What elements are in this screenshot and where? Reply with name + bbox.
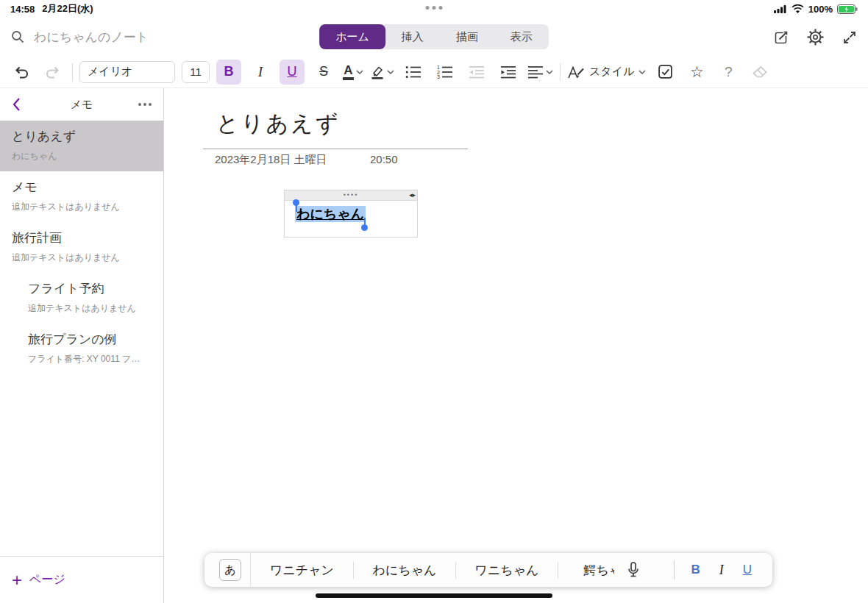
page-list-sidebar: メモ とりあえず わにちゃん メモ 追加テキストはありません 旅行計画 追加テキ… [0, 88, 164, 603]
status-bar: 14:58 2月22日(水) 100% [0, 0, 868, 18]
home-indicator[interactable] [316, 593, 552, 598]
font-color-letter: A [344, 64, 352, 76]
svg-text:3: 3 [437, 74, 440, 79]
page-item-title: 旅行プランの例 [28, 331, 152, 348]
text-container[interactable]: •••• ◂▸ わにちゃん [284, 190, 418, 238]
quick-bold-button[interactable]: B [691, 563, 700, 577]
chevron-down-icon [638, 70, 646, 74]
tab-draw[interactable]: 描画 [440, 24, 494, 49]
battery-icon [837, 4, 858, 14]
highlighter-icon [370, 65, 385, 79]
fullscreen-icon[interactable] [842, 29, 858, 46]
ribbon-tabs: ホーム 挿入 描画 表示 [319, 24, 549, 49]
font-color-button[interactable]: A [343, 64, 363, 80]
candidate-button[interactable]: わにちゃん [353, 562, 455, 579]
battery-percent: 100% [808, 4, 833, 15]
add-page-label: ページ [29, 572, 65, 588]
search-icon[interactable] [10, 29, 25, 44]
ime-suggestion-bar: あ ワニチャン わにちゃん ワニちゃん 鰐ちゃん B I U [204, 553, 772, 587]
align-icon [527, 65, 544, 79]
ime-mode-button[interactable]: あ [219, 559, 241, 581]
candidate-button[interactable]: 鰐ちゃん [558, 562, 614, 579]
sidebar-header: メモ [0, 88, 163, 121]
clock: 14:58 [10, 4, 35, 15]
bold-button[interactable]: B [216, 60, 241, 85]
wifi-icon [791, 4, 804, 14]
notebook-title[interactable]: わにちゃんのノート [34, 29, 149, 46]
styles-button[interactable]: スタイル [567, 65, 646, 79]
page-item-title: とりあえず [12, 128, 152, 145]
numbered-list-button[interactable]: 1 2 3 [433, 60, 458, 85]
undo-button[interactable] [9, 60, 34, 85]
font-size-select[interactable]: 11 [182, 61, 210, 83]
chevron-down-icon [387, 70, 394, 74]
page-item-subtitle: 追加テキストはありません [12, 201, 152, 213]
page-item-title: 旅行計画 [12, 229, 152, 246]
eraser-button[interactable] [747, 60, 772, 85]
candidate-button[interactable]: ワニちゃん [455, 562, 558, 579]
page-list-item-subpage[interactable]: 旅行プランの例 フライト番号: XY 0011 フ… [0, 324, 163, 374]
title-underline [203, 149, 468, 149]
divider [72, 63, 73, 81]
settings-gear-icon[interactable] [807, 29, 824, 46]
page-date: 2023年2月18日 土曜日 [215, 153, 327, 167]
divider [674, 560, 675, 579]
page-list-item[interactable]: メモ 追加テキストはありません [0, 171, 163, 222]
page-item-subtitle: フライト番号: XY 0011 フ… [28, 353, 152, 365]
dictation-mic-icon[interactable] [627, 562, 639, 579]
font-name-select[interactable]: メイリオ [79, 61, 175, 83]
page-item-subtitle: わにちゃん [12, 150, 152, 163]
bullet-list-button[interactable] [401, 60, 426, 85]
page-list-item-subpage[interactable]: フライト予約 追加テキストはありません [0, 273, 163, 324]
add-page-button[interactable]: + ページ [0, 556, 163, 603]
page-list-item[interactable]: 旅行計画 追加テキストはありません [0, 222, 163, 273]
page-time: 20:50 [370, 153, 398, 165]
indent-button[interactable] [496, 60, 521, 85]
strikethrough-button[interactable]: S [311, 60, 336, 85]
tab-home[interactable]: ホーム [319, 24, 385, 49]
selection-stem-end [364, 218, 366, 224]
align-button[interactable] [527, 65, 553, 79]
quick-italic-button[interactable]: I [719, 563, 724, 578]
help-button[interactable]: ? [716, 60, 741, 85]
quick-underline-button[interactable]: U [743, 563, 752, 577]
multitask-dots-icon [426, 6, 443, 10]
star-tag-button[interactable]: ☆ [684, 60, 709, 85]
tab-view[interactable]: 表示 [494, 24, 549, 49]
page-item-subtitle: 追加テキストはありません [28, 302, 152, 315]
underline-button[interactable]: U [280, 60, 305, 85]
divider [560, 63, 561, 81]
chevron-down-icon [356, 70, 363, 74]
candidate-button[interactable]: ワニチャン [251, 562, 353, 579]
todo-checkbox-button[interactable] [652, 60, 677, 85]
page-item-title: フライト予約 [28, 280, 152, 297]
outdent-button[interactable] [464, 60, 489, 85]
page-item-subtitle: 追加テキストはありません [12, 251, 152, 264]
page-item-title: メモ [12, 179, 152, 196]
redo-button[interactable] [40, 60, 65, 85]
share-icon[interactable] [773, 29, 789, 46]
italic-button[interactable]: I [248, 60, 273, 85]
formatting-toolbar: メイリオ 11 B I U S A 1 2 3 [0, 56, 868, 88]
status-date: 2月22日(水) [42, 2, 93, 15]
textbox-drag-handle[interactable]: •••• ◂▸ [285, 190, 417, 201]
selection-handle-end[interactable] [361, 224, 368, 231]
resize-arrows-icon[interactable]: ◂▸ [409, 191, 416, 199]
page-title[interactable]: とりあえず [216, 109, 341, 139]
highlight-button[interactable] [370, 65, 394, 79]
top-bar: わにちゃんのノート ホーム 挿入 描画 表示 [0, 18, 868, 56]
chevron-down-icon [546, 70, 553, 74]
styles-label: スタイル [589, 65, 634, 79]
cellular-icon [774, 4, 787, 13]
font-color-bar [343, 77, 354, 80]
note-canvas[interactable]: とりあえず 2023年2月18日 土曜日 20:50 •••• ◂▸ わにちゃん [165, 88, 868, 603]
drag-dots-icon: •••• [344, 192, 359, 199]
selection-stem-start [296, 205, 297, 212]
styles-pen-icon [567, 65, 585, 79]
plus-icon: + [12, 571, 22, 589]
selected-text[interactable]: わにちゃん [295, 206, 366, 222]
page-list-item[interactable]: とりあえず わにちゃん [0, 121, 163, 171]
candidate-strip: ワニチャン わにちゃん ワニちゃん 鰐ちゃん [250, 553, 614, 587]
more-options-icon[interactable] [138, 103, 152, 106]
tab-insert[interactable]: 挿入 [385, 24, 440, 49]
